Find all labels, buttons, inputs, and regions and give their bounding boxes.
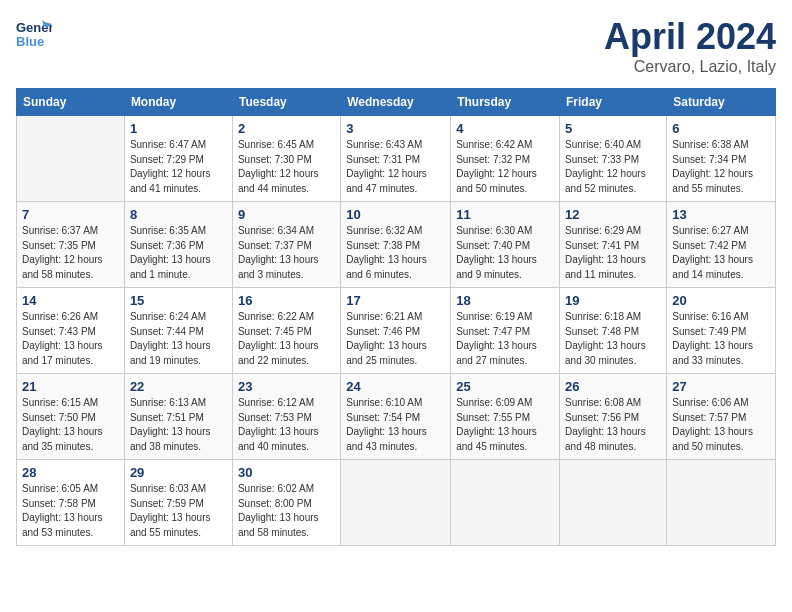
- day-number: 3: [346, 121, 445, 136]
- day-number: 14: [22, 293, 119, 308]
- day-number: 29: [130, 465, 227, 480]
- calendar-cell: [667, 460, 776, 546]
- day-number: 20: [672, 293, 770, 308]
- day-number: 22: [130, 379, 227, 394]
- title-block: April 2024 Cervaro, Lazio, Italy: [604, 16, 776, 76]
- day-number: 1: [130, 121, 227, 136]
- calendar-cell: [560, 460, 667, 546]
- calendar-week-row: 1Sunrise: 6:47 AM Sunset: 7:29 PM Daylig…: [17, 116, 776, 202]
- day-info: Sunrise: 6:40 AM Sunset: 7:33 PM Dayligh…: [565, 138, 661, 196]
- calendar-cell: 17Sunrise: 6:21 AM Sunset: 7:46 PM Dayli…: [341, 288, 451, 374]
- day-info: Sunrise: 6:03 AM Sunset: 7:59 PM Dayligh…: [130, 482, 227, 540]
- col-wednesday: Wednesday: [341, 89, 451, 116]
- calendar-week-row: 14Sunrise: 6:26 AM Sunset: 7:43 PM Dayli…: [17, 288, 776, 374]
- day-info: Sunrise: 6:02 AM Sunset: 8:00 PM Dayligh…: [238, 482, 335, 540]
- calendar-cell: 24Sunrise: 6:10 AM Sunset: 7:54 PM Dayli…: [341, 374, 451, 460]
- day-info: Sunrise: 6:12 AM Sunset: 7:53 PM Dayligh…: [238, 396, 335, 454]
- day-info: Sunrise: 6:08 AM Sunset: 7:56 PM Dayligh…: [565, 396, 661, 454]
- calendar-cell: 13Sunrise: 6:27 AM Sunset: 7:42 PM Dayli…: [667, 202, 776, 288]
- day-info: Sunrise: 6:35 AM Sunset: 7:36 PM Dayligh…: [130, 224, 227, 282]
- page-header: General Blue April 2024 Cervaro, Lazio, …: [16, 16, 776, 76]
- col-tuesday: Tuesday: [232, 89, 340, 116]
- logo-icon: General Blue: [16, 16, 52, 52]
- calendar-week-row: 7Sunrise: 6:37 AM Sunset: 7:35 PM Daylig…: [17, 202, 776, 288]
- day-info: Sunrise: 6:32 AM Sunset: 7:38 PM Dayligh…: [346, 224, 445, 282]
- day-number: 8: [130, 207, 227, 222]
- day-info: Sunrise: 6:34 AM Sunset: 7:37 PM Dayligh…: [238, 224, 335, 282]
- day-number: 24: [346, 379, 445, 394]
- calendar-cell: 22Sunrise: 6:13 AM Sunset: 7:51 PM Dayli…: [124, 374, 232, 460]
- col-saturday: Saturday: [667, 89, 776, 116]
- calendar-cell: 21Sunrise: 6:15 AM Sunset: 7:50 PM Dayli…: [17, 374, 125, 460]
- calendar-cell: 28Sunrise: 6:05 AM Sunset: 7:58 PM Dayli…: [17, 460, 125, 546]
- day-info: Sunrise: 6:38 AM Sunset: 7:34 PM Dayligh…: [672, 138, 770, 196]
- day-info: Sunrise: 6:19 AM Sunset: 7:47 PM Dayligh…: [456, 310, 554, 368]
- calendar-table: Sunday Monday Tuesday Wednesday Thursday…: [16, 88, 776, 546]
- calendar-cell: 26Sunrise: 6:08 AM Sunset: 7:56 PM Dayli…: [560, 374, 667, 460]
- day-number: 16: [238, 293, 335, 308]
- day-number: 5: [565, 121, 661, 136]
- day-info: Sunrise: 6:15 AM Sunset: 7:50 PM Dayligh…: [22, 396, 119, 454]
- day-info: Sunrise: 6:06 AM Sunset: 7:57 PM Dayligh…: [672, 396, 770, 454]
- calendar-cell: 10Sunrise: 6:32 AM Sunset: 7:38 PM Dayli…: [341, 202, 451, 288]
- day-number: 23: [238, 379, 335, 394]
- day-number: 28: [22, 465, 119, 480]
- calendar-cell: 6Sunrise: 6:38 AM Sunset: 7:34 PM Daylig…: [667, 116, 776, 202]
- day-info: Sunrise: 6:09 AM Sunset: 7:55 PM Dayligh…: [456, 396, 554, 454]
- calendar-cell: 3Sunrise: 6:43 AM Sunset: 7:31 PM Daylig…: [341, 116, 451, 202]
- day-info: Sunrise: 6:47 AM Sunset: 7:29 PM Dayligh…: [130, 138, 227, 196]
- day-info: Sunrise: 6:10 AM Sunset: 7:54 PM Dayligh…: [346, 396, 445, 454]
- day-number: 17: [346, 293, 445, 308]
- day-info: Sunrise: 6:05 AM Sunset: 7:58 PM Dayligh…: [22, 482, 119, 540]
- day-number: 25: [456, 379, 554, 394]
- calendar-cell: 25Sunrise: 6:09 AM Sunset: 7:55 PM Dayli…: [451, 374, 560, 460]
- day-number: 7: [22, 207, 119, 222]
- day-number: 26: [565, 379, 661, 394]
- day-number: 2: [238, 121, 335, 136]
- day-number: 27: [672, 379, 770, 394]
- calendar-header-row: Sunday Monday Tuesday Wednesday Thursday…: [17, 89, 776, 116]
- calendar-cell: 20Sunrise: 6:16 AM Sunset: 7:49 PM Dayli…: [667, 288, 776, 374]
- calendar-cell: 29Sunrise: 6:03 AM Sunset: 7:59 PM Dayli…: [124, 460, 232, 546]
- col-friday: Friday: [560, 89, 667, 116]
- calendar-cell: 23Sunrise: 6:12 AM Sunset: 7:53 PM Dayli…: [232, 374, 340, 460]
- day-info: Sunrise: 6:27 AM Sunset: 7:42 PM Dayligh…: [672, 224, 770, 282]
- calendar-cell: 2Sunrise: 6:45 AM Sunset: 7:30 PM Daylig…: [232, 116, 340, 202]
- day-number: 9: [238, 207, 335, 222]
- calendar-cell: 9Sunrise: 6:34 AM Sunset: 7:37 PM Daylig…: [232, 202, 340, 288]
- day-number: 30: [238, 465, 335, 480]
- calendar-cell: 19Sunrise: 6:18 AM Sunset: 7:48 PM Dayli…: [560, 288, 667, 374]
- calendar-cell: [341, 460, 451, 546]
- day-number: 13: [672, 207, 770, 222]
- calendar-week-row: 21Sunrise: 6:15 AM Sunset: 7:50 PM Dayli…: [17, 374, 776, 460]
- calendar-cell: 15Sunrise: 6:24 AM Sunset: 7:44 PM Dayli…: [124, 288, 232, 374]
- calendar-cell: 27Sunrise: 6:06 AM Sunset: 7:57 PM Dayli…: [667, 374, 776, 460]
- month-title: April 2024: [604, 16, 776, 58]
- calendar-cell: 18Sunrise: 6:19 AM Sunset: 7:47 PM Dayli…: [451, 288, 560, 374]
- col-sunday: Sunday: [17, 89, 125, 116]
- calendar-cell: [17, 116, 125, 202]
- svg-text:Blue: Blue: [16, 34, 44, 49]
- day-number: 4: [456, 121, 554, 136]
- day-info: Sunrise: 6:18 AM Sunset: 7:48 PM Dayligh…: [565, 310, 661, 368]
- day-info: Sunrise: 6:16 AM Sunset: 7:49 PM Dayligh…: [672, 310, 770, 368]
- day-number: 18: [456, 293, 554, 308]
- calendar-cell: 11Sunrise: 6:30 AM Sunset: 7:40 PM Dayli…: [451, 202, 560, 288]
- location-subtitle: Cervaro, Lazio, Italy: [604, 58, 776, 76]
- calendar-week-row: 28Sunrise: 6:05 AM Sunset: 7:58 PM Dayli…: [17, 460, 776, 546]
- day-number: 21: [22, 379, 119, 394]
- day-number: 11: [456, 207, 554, 222]
- calendar-cell: 12Sunrise: 6:29 AM Sunset: 7:41 PM Dayli…: [560, 202, 667, 288]
- day-info: Sunrise: 6:29 AM Sunset: 7:41 PM Dayligh…: [565, 224, 661, 282]
- day-info: Sunrise: 6:37 AM Sunset: 7:35 PM Dayligh…: [22, 224, 119, 282]
- day-info: Sunrise: 6:13 AM Sunset: 7:51 PM Dayligh…: [130, 396, 227, 454]
- day-number: 10: [346, 207, 445, 222]
- day-number: 15: [130, 293, 227, 308]
- day-info: Sunrise: 6:21 AM Sunset: 7:46 PM Dayligh…: [346, 310, 445, 368]
- calendar-cell: 14Sunrise: 6:26 AM Sunset: 7:43 PM Dayli…: [17, 288, 125, 374]
- day-info: Sunrise: 6:30 AM Sunset: 7:40 PM Dayligh…: [456, 224, 554, 282]
- day-number: 6: [672, 121, 770, 136]
- calendar-cell: 1Sunrise: 6:47 AM Sunset: 7:29 PM Daylig…: [124, 116, 232, 202]
- logo: General Blue: [16, 16, 52, 52]
- day-info: Sunrise: 6:42 AM Sunset: 7:32 PM Dayligh…: [456, 138, 554, 196]
